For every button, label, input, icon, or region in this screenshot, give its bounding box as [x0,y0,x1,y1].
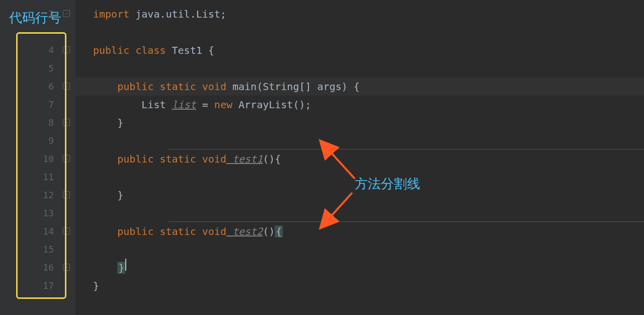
line-number[interactable]: 13 [43,204,54,222]
line-numbers-column[interactable]: 2 4 5 6 7 8 9 10 11 12 13 14 15 16 17 [43,5,54,295]
code-line[interactable]: } [75,277,644,295]
line-number[interactable]: 6 [43,77,54,96]
line-number[interactable]: 12 [43,186,54,204]
code-editor: 2 4 5 6 7 8 9 10 11 12 13 14 15 16 17 − … [0,0,644,315]
line-number[interactable]: 7 [43,96,54,114]
fold-close-icon[interactable]: − [62,190,71,199]
code-text: () [263,225,275,238]
fold-collapse-icon[interactable]: − [62,9,71,18]
fold-expand-icon[interactable]: − [62,226,71,235]
fold-expand-icon[interactable]: − [62,45,71,54]
code-line[interactable]: import java.util.List; [75,5,644,23]
keyword-public: public [93,44,129,56]
code-content[interactable]: import java.util.List; public class Test… [75,0,644,315]
keyword-class: class [129,44,166,56]
keyword-public: public [117,225,153,238]
gutter: 2 4 5 6 7 8 9 10 11 12 13 14 15 16 17 [0,0,58,315]
line-number[interactable]: 5 [43,59,54,77]
code-brace-matched: { [275,225,283,238]
code-line[interactable] [75,204,644,222]
variable-name: list [172,99,196,111]
code-text: (){ [263,153,281,165]
keyword-void: void [196,81,226,93]
code-brace-matched: } [117,262,125,274]
line-number[interactable]: 9 [43,132,54,150]
code-line[interactable]: public class Test1 { [75,41,644,59]
code-line[interactable]: } [75,259,644,277]
code-line[interactable] [75,132,644,150]
fold-expand-icon[interactable]: − [62,154,71,163]
code-line[interactable]: public static void main(String[] args) { [75,77,644,96]
line-number[interactable] [43,23,54,41]
code-text: = [196,99,214,111]
keyword-public: public [117,81,153,93]
type-name: List [141,99,172,111]
code-line[interactable] [75,59,644,77]
code-brace: } [117,189,123,201]
method-separator-line [169,221,644,222]
line-number[interactable]: 16 [43,259,54,277]
line-number[interactable]: 2 [43,5,54,23]
code-line[interactable]: public static void test2(){ [75,222,644,241]
code-line[interactable]: } [75,114,644,132]
line-number[interactable]: 8 [43,114,54,132]
method-separator-line [169,149,644,149]
code-line[interactable] [75,241,644,259]
line-number[interactable]: 4 [43,41,54,59]
keyword-void: void [196,225,226,238]
code-text: ArrayList(); [232,99,311,111]
keyword-static: static [153,225,196,238]
text-cursor [125,259,126,271]
line-number[interactable]: 17 [43,277,54,295]
line-number[interactable]: 14 [43,222,54,241]
method-name: test1 [226,153,263,165]
keyword-void: void [196,153,226,165]
line-number[interactable]: 11 [43,168,54,186]
fold-close-icon[interactable]: − [62,118,71,127]
line-number[interactable]: 15 [43,241,54,259]
code-line[interactable] [75,23,644,41]
keyword-import: import [93,8,129,20]
code-line[interactable]: public static void test1(){ [75,150,644,168]
code-text: (String[] args) { [257,81,360,93]
keyword-static: static [153,153,196,165]
keyword-public: public [117,153,153,165]
fold-column: − − − − − − − − [58,0,75,315]
method-name: main [226,81,257,93]
code-line[interactable]: } [75,186,644,204]
code-text: Test1 { [166,44,214,56]
code-line[interactable] [75,168,644,186]
code-brace: } [93,280,99,292]
keyword-new: new [214,99,232,111]
fold-expand-icon[interactable]: − [62,82,71,91]
code-brace: } [117,117,123,129]
keyword-static: static [153,81,196,93]
fold-close-icon[interactable]: − [62,263,71,272]
method-name: test2 [226,225,263,238]
code-line[interactable]: List list = new ArrayList(); [75,96,644,114]
code-text: java.util.List; [129,8,226,20]
line-number[interactable]: 10 [43,150,54,168]
